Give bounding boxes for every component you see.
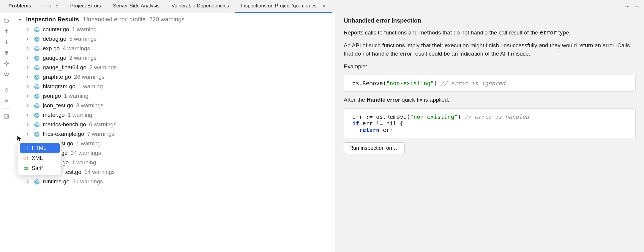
arrow-up-icon[interactable] xyxy=(2,27,11,36)
tree-row[interactable]: debug.go5 warnings xyxy=(26,34,335,44)
file-name: debug.go xyxy=(43,36,66,42)
tree-row[interactable]: json.go1 warning xyxy=(26,91,335,101)
popup-item-label: XML xyxy=(32,155,43,161)
chevron-right-icon[interactable] xyxy=(26,114,31,116)
chevron-right-icon[interactable] xyxy=(26,104,31,107)
tree-row[interactable]: metrics-bench.go6 warnings xyxy=(26,120,335,129)
run-inspection-button[interactable]: Run inspection on … xyxy=(344,142,405,154)
eye-icon[interactable] xyxy=(2,70,11,79)
file-name: json.go xyxy=(43,93,61,99)
tab-label: Inspections on Project 'go-metrics' xyxy=(241,3,318,9)
tree-header[interactable]: Inspection Results 'Unhandled error' pro… xyxy=(13,13,335,25)
arrow-down-icon[interactable] xyxy=(2,37,11,47)
chevron-right-icon[interactable] xyxy=(26,133,31,136)
more-icon[interactable] xyxy=(623,2,632,11)
chevron-right-icon[interactable] xyxy=(26,123,31,126)
tab-label: Problems xyxy=(8,3,31,9)
file-warning-count: 34 warnings xyxy=(70,150,101,156)
go-file-icon xyxy=(34,55,40,61)
export-icon[interactable] xyxy=(2,112,11,121)
tree-row[interactable]: gauge.go2 warnings xyxy=(26,53,335,63)
svg-point-6 xyxy=(626,6,626,7)
chevron-right-icon[interactable] xyxy=(26,37,31,40)
file-name: trics-example.go xyxy=(43,131,84,137)
tab-label: Project Errors xyxy=(70,3,101,9)
file-warning-count: 6 warnings xyxy=(89,121,116,128)
tree-row[interactable]: json_test.go3 warnings xyxy=(26,101,335,110)
tree-row[interactable]: runtime.go31 warnings xyxy=(26,177,335,186)
tab-project-errors[interactable]: Project Errors xyxy=(64,0,107,13)
code-inline: error xyxy=(540,29,557,36)
chevron-right-icon[interactable] xyxy=(26,47,31,50)
tab-server-side-analysis[interactable]: Server-Side Analysis xyxy=(107,0,165,13)
export-option-html[interactable]: HTML xyxy=(20,143,60,153)
chevron-right-icon[interactable] xyxy=(26,94,31,97)
tree-count: 220 warnings xyxy=(149,16,184,23)
file-name: metrics-bench.go xyxy=(43,121,86,128)
tree-row[interactable]: exp.go4 warnings xyxy=(26,44,335,53)
chevron-right-icon[interactable] xyxy=(26,75,31,78)
file-warning-count: 2 warnings xyxy=(89,64,117,71)
xml-file-icon xyxy=(23,155,29,161)
tree-row[interactable]: histogram.go1 warning xyxy=(26,82,335,91)
example-label: Example: xyxy=(344,62,636,71)
svg-point-11 xyxy=(6,63,7,64)
tree-row[interactable]: graphite.go26 warnings xyxy=(26,72,335,82)
rerun-icon[interactable] xyxy=(2,16,11,26)
file-warning-count: 31 warnings xyxy=(72,178,103,185)
export-option-xml[interactable]: XML xyxy=(20,153,60,163)
detail-paragraph-1: Reports calls to functions and methods t… xyxy=(344,28,636,37)
tab-inspections[interactable]: Inspections on Project 'go-metrics' ✕ xyxy=(235,0,332,13)
file-warning-count: 1 warning xyxy=(68,112,92,118)
collapse-all-icon[interactable] xyxy=(2,96,11,105)
after-quickfix-label: After the Handle error quick-fix is appl… xyxy=(344,96,636,104)
inspection-description-panel: Unhandled error inspection Reports calls… xyxy=(335,13,644,252)
go-file-icon xyxy=(34,45,40,51)
file-name: exp.go xyxy=(43,45,60,52)
file-warning-count: 1 warning xyxy=(72,159,96,166)
chevron-right-icon[interactable] xyxy=(26,66,31,69)
file-warning-count: 7 warnings xyxy=(87,131,114,137)
tab-file[interactable]: File 5 xyxy=(37,0,64,13)
code-example-before: os.Remove("non-existing") // error is ig… xyxy=(344,75,636,92)
problems-tabbar: Problems File 5 Project Errors Server-Si… xyxy=(0,0,644,13)
export-option-sarif[interactable]: SRF Sarif xyxy=(20,163,60,173)
tab-vulnerable-dependencies[interactable]: Vulnerable Dependencies xyxy=(165,0,235,13)
gear-icon[interactable] xyxy=(2,59,11,68)
tree-row[interactable]: registry_test.go14 warnings xyxy=(26,167,335,177)
bulb-icon[interactable] xyxy=(2,48,11,58)
tab-label: File xyxy=(43,3,51,9)
tree-row[interactable]: gauge_float64.go2 warnings xyxy=(26,63,335,72)
file-warning-count: 1 warning xyxy=(76,140,100,147)
tree-row[interactable]: trics_test.go1 warning xyxy=(26,139,335,148)
go-file-icon xyxy=(34,131,40,137)
tab-badge: 5 xyxy=(56,3,58,9)
file-name: gauge.go xyxy=(43,55,66,61)
go-file-icon xyxy=(34,64,40,70)
minimize-icon[interactable] xyxy=(632,2,642,11)
svg-rect-10 xyxy=(6,54,7,55)
go-file-icon xyxy=(34,36,40,42)
file-name: meter.go xyxy=(43,112,65,118)
chevron-right-icon[interactable] xyxy=(26,28,31,31)
chevron-right-icon[interactable] xyxy=(26,85,31,88)
export-popup: HTML XML SRF Sarif xyxy=(18,141,62,175)
tab-problems[interactable]: Problems xyxy=(2,0,37,13)
code-example-after: err := os.Remove("non-existing") // erro… xyxy=(344,108,636,138)
file-warning-count: 1 warning xyxy=(72,26,97,33)
chevron-down-icon[interactable] xyxy=(18,18,22,21)
close-icon[interactable]: ✕ xyxy=(322,4,326,8)
expand-collapse-icon[interactable] xyxy=(2,85,11,95)
cursor-icon xyxy=(17,135,23,141)
tree-subtitle: 'Unhandled error' profile xyxy=(83,16,146,23)
chevron-right-icon[interactable] xyxy=(26,56,31,59)
chevron-right-icon[interactable] xyxy=(26,180,31,183)
tree-row[interactable]: counter.go1 warning xyxy=(26,25,335,34)
popup-item-label: HTML xyxy=(32,145,46,151)
tree-row[interactable]: entsdb.go34 warnings xyxy=(26,148,335,158)
inspection-results-tree: Inspection Results 'Unhandled error' pro… xyxy=(13,13,335,252)
go-file-icon xyxy=(34,179,40,185)
tree-row[interactable]: meter.go1 warning xyxy=(26,110,335,120)
tree-row[interactable]: trics-example.go7 warnings xyxy=(26,129,335,139)
tree-row[interactable]: registry.go1 warning xyxy=(26,158,335,167)
